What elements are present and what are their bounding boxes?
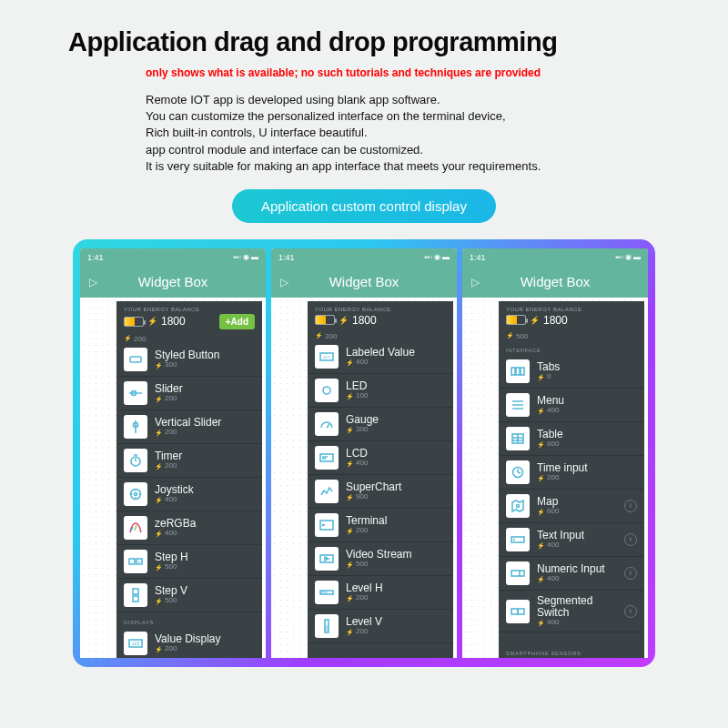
widget-item[interactable]: Menu ⚡400 <box>499 389 644 422</box>
phone-screenshot-right: 1:41 ▪▪▫ ◉ ▬ ▷ Widget Box YOUR ENERGY BA… <box>462 248 648 658</box>
svg-rect-29 <box>320 521 333 530</box>
wifi-icon: ◉ <box>434 253 440 261</box>
energy-balance-label: YOUR ENERGY BALANCE <box>124 307 255 312</box>
widget-cost: ⚡400 <box>346 359 446 367</box>
widget-item[interactable]: -+ Step H ⚡500 <box>116 545 262 579</box>
info-icon[interactable]: i <box>624 533 637 546</box>
widget-item[interactable]: Numeric Input ⚡400 i <box>499 557 644 591</box>
zebra-icon <box>124 516 147 540</box>
widget-item[interactable]: LED ⚡100 <box>308 374 453 408</box>
slider-v-icon <box>124 415 147 439</box>
signal-icon: ▪▪▫ <box>615 253 623 261</box>
widget-item[interactable]: Step V ⚡500 <box>116 579 262 612</box>
status-time: 1:41 <box>87 253 104 262</box>
widget-item[interactable]: 123 Value Display ⚡200 <box>116 627 262 658</box>
app-bar: ▷ Widget Box <box>80 267 266 298</box>
text-icon <box>506 528 530 551</box>
battery-status-icon: ▬ <box>251 253 258 261</box>
widget-item[interactable]: Text Input ⚡400 i <box>499 523 644 557</box>
svg-rect-55 <box>518 609 524 614</box>
svg-rect-50 <box>511 537 524 542</box>
widget-item[interactable]: Video Stream ⚡500 <box>308 542 453 576</box>
slider-h-icon <box>124 381 147 405</box>
play-icon[interactable]: ▷ <box>471 276 480 288</box>
step-h-icon: -+ <box>124 550 147 573</box>
status-bar: 1:41 ▪▪▫ ◉ ▬ <box>80 248 266 267</box>
play-icon[interactable]: ▷ <box>280 276 288 288</box>
widget-cost: ⚡200 <box>346 527 446 535</box>
info-icon[interactable]: i <box>624 567 637 580</box>
widget-cost: ⚡400 <box>537 407 637 415</box>
widget-cost: ⚡400 <box>346 460 446 468</box>
joystick-icon <box>124 482 147 506</box>
svg-text:-: - <box>131 559 133 564</box>
widget-item[interactable]: zeRGBa ⚡400 <box>116 511 262 545</box>
widget-item[interactable]: Segmented Switch ⚡400 i <box>499 591 644 632</box>
widget-item[interactable]: Joystick ⚡400 <box>116 478 262 511</box>
tabs-icon <box>506 359 530 383</box>
level-v-icon <box>315 614 339 638</box>
status-time: 1:41 <box>278 253 295 262</box>
widget-item[interactable]: Table ⚡800 <box>499 422 644 456</box>
video-icon <box>315 547 339 571</box>
svg-point-24 <box>323 387 330 394</box>
play-icon[interactable]: ▷ <box>89 276 97 288</box>
widget-cost: ⚡900 <box>346 493 446 501</box>
widget-panel[interactable]: YOUR ENERGY BALANCE ⚡ 1800 ⚡200 25°C Lab… <box>308 301 453 658</box>
signal-icon: ▪▪▫ <box>233 253 241 261</box>
signal-icon: ▪▪▫ <box>424 253 432 261</box>
svg-rect-26 <box>320 454 333 461</box>
widget-item[interactable]: Map ⚡600 i <box>499 490 644 523</box>
battery-status-icon: ▬ <box>633 253 641 261</box>
bolt-icon: ⚡ <box>147 317 157 326</box>
widget-cost: ⚡200 <box>346 628 446 636</box>
section-header: SMARTPHONE SENSORS <box>499 643 644 658</box>
value-icon: 123 <box>124 632 147 655</box>
widget-cost: ⚡100 <box>346 392 446 400</box>
widget-item[interactable]: Tabs ⚡0 <box>499 355 644 389</box>
partial-item[interactable]: ⚡200 <box>116 333 262 343</box>
add-button[interactable]: +Add <box>219 314 255 329</box>
widget-item[interactable]: SuperChart ⚡900 <box>308 475 453 509</box>
widget-item[interactable]: Slider ⚡200 <box>116 377 262 410</box>
widget-item[interactable]: Level V ⚡200 <box>308 610 453 643</box>
widget-item[interactable]: Gauge ⚡300 <box>308 408 453 441</box>
svg-point-49 <box>517 504 520 507</box>
phone-screenshot-middle: 1:41 ▪▪▫ ◉ ▬ ▷ Widget Box YOUR ENERGY BA… <box>271 248 457 658</box>
section-header: DISPLAYS <box>116 612 262 627</box>
info-icon[interactable]: i <box>624 500 637 512</box>
svg-rect-18 <box>133 589 138 594</box>
widget-panel[interactable]: YOUR ENERGY BALANCE ⚡ 1800 ⚡500INTERFACE… <box>499 301 644 658</box>
wifi-icon: ◉ <box>625 253 632 261</box>
bolt-icon: ⚡ <box>339 316 349 325</box>
map-icon <box>506 494 530 518</box>
partial-item[interactable]: ⚡200 <box>308 330 453 340</box>
svg-line-48 <box>518 472 521 473</box>
widget-name: Tabs <box>537 361 637 373</box>
app-title: Widget Box <box>80 274 266 289</box>
partial-item[interactable]: ⚡500 <box>499 330 644 340</box>
phone-screenshot-left: 1:41 ▪▪▫ ◉ ▬ ▷ Widget Box YOUR ENERGY BA… <box>80 248 266 658</box>
battery-icon <box>315 315 335 325</box>
widget-item[interactable]: 25°C Labeled Value ⚡400 <box>308 340 453 374</box>
widget-item[interactable]: Level H ⚡200 <box>308 576 453 610</box>
widget-item[interactable]: Styled Button ⚡300 <box>116 343 262 377</box>
widget-cost: ⚡200 <box>155 395 255 403</box>
widget-item[interactable]: Time input ⚡200 <box>499 456 644 490</box>
widget-item[interactable]: Vertical Slider ⚡200 <box>116 410 262 444</box>
energy-value: 1800 <box>352 314 377 327</box>
widget-item[interactable]: Timer ⚡200 <box>116 444 262 478</box>
widget-cost: ⚡300 <box>346 426 446 434</box>
timer-icon <box>124 449 147 472</box>
widget-item[interactable]: Terminal ⚡200 <box>308 509 453 542</box>
step-v-icon <box>124 583 147 607</box>
terminal-icon <box>315 513 339 537</box>
time-icon <box>506 460 530 484</box>
svg-point-9 <box>135 492 137 495</box>
widget-panel[interactable]: YOUR ENERGY BALANCE ⚡ 1800 +Add ⚡200 Sty… <box>116 301 262 658</box>
svg-text:25°C: 25°C <box>323 355 331 359</box>
info-icon[interactable]: i <box>624 605 637 618</box>
widget-item[interactable]: LCD ⚡400 <box>308 441 453 475</box>
lcd-icon <box>315 446 339 470</box>
app-bar: ▷ Widget Box <box>462 267 648 298</box>
